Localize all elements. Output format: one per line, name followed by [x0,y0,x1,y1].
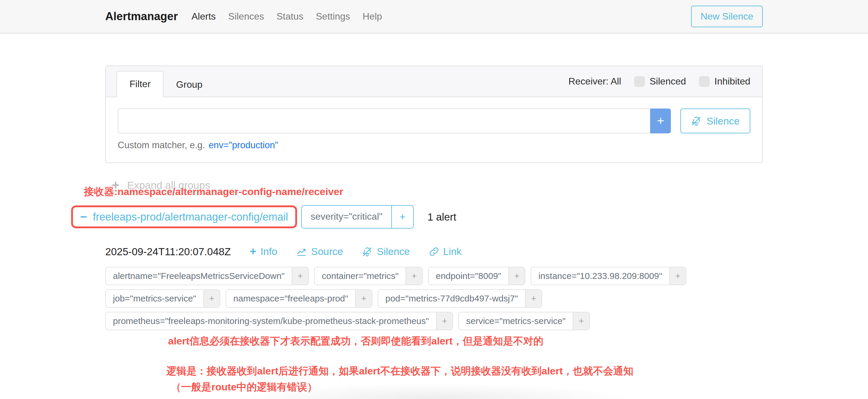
label-text: pod="metrics-77d9cdb497-wdsj7" [378,290,525,307]
bell-slash-icon [362,246,373,257]
silenced-label: Silenced [650,76,686,87]
label-add-button[interactable]: + [406,267,422,284]
label-row: job="metrics-service" + namespace="freel… [105,289,763,308]
matcher-example-link[interactable]: env="production" [209,140,278,150]
link-label: Link [443,246,462,257]
label-chip: service="metrics-service" + [458,312,590,330]
filter-card: Filter Group Receiver: All Silenced Inhi… [105,65,763,163]
label-add-button[interactable]: + [525,290,541,307]
tab-group[interactable]: Group [164,72,215,97]
label-chip: job="metrics-service" + [105,289,220,308]
logic-annotation-line1: 逻辑是：接收器收到alert后进行通知，如果alert不在接收器下，说明接收器没… [166,363,763,379]
label-text: endpoint="8009" [429,267,508,284]
link-button[interactable]: Link [429,246,462,257]
label-text: container="metrics" [315,267,406,284]
label-text: prometheus="freeleaps-monitoring-system/… [106,312,436,330]
add-matcher-button[interactable]: + [650,109,671,133]
group-matcher-add-button[interactable]: + [391,206,413,228]
label-text: job="metrics-service" [106,290,204,307]
bell-slash-icon [691,116,702,126]
plus-icon: + [250,245,256,258]
nav-item-help[interactable]: Help [363,11,382,22]
collapse-icon: − [80,210,87,223]
label-chip: pod="metrics-77d9cdb497-wdsj7" + [378,289,542,308]
inhibited-checkbox-group[interactable]: Inhibited [699,76,750,87]
label-add-button[interactable]: + [355,290,372,307]
label-text: namespace="freeleaps-prod" [226,290,355,307]
label-text: service="metrics-service" [459,312,573,330]
main-content: Filter Group Receiver: All Silenced Inhi… [105,65,763,395]
receiver-filter-label[interactable]: Receiver: All [568,76,621,87]
filter-card-header: Filter Group Receiver: All Silenced Inhi… [106,66,762,97]
tabs: Filter Group [117,66,215,97]
nav-item-status[interactable]: Status [277,11,304,22]
receiver-group-label: freeleaps-prod/alertmanager-config/email [93,211,288,223]
silenced-checkbox-group[interactable]: Silenced [634,76,686,87]
filter-card-body: + Silence Custom matcher, e.g.env="produ… [106,97,762,162]
chart-line-icon [296,246,307,257]
info-label: Info [260,246,277,257]
receiver-group-row: − freeleaps-prod/alertmanager-config/ema… [105,205,763,228]
silence-filter-button[interactable]: Silence [680,109,750,133]
tab-filter[interactable]: Filter [117,71,164,97]
label-chip: endpoint="8009" + [428,267,525,285]
label-add-button[interactable]: + [670,267,686,284]
alert-header-row: 2025-09-24T11:20:07.048Z + Info Source [105,245,763,258]
expand-row: + Expand all groups 接收器:namespace/alterm… [105,178,763,191]
label-chip: namespace="freeleaps-prod" + [226,289,372,308]
logic-annotation-text: 逻辑是：接收器收到alert后进行通知，如果alert不在接收器下，说明接收器没… [166,363,763,395]
label-chip: alertname="FreeleapsMetricsServiceDown" … [105,267,309,285]
alert-count: 1 alert [428,211,456,223]
group-matcher-chip: severity="critical" + [301,205,414,228]
navbar: Alertmanager Alerts Silences Status Sett… [0,0,868,33]
matcher-input[interactable] [118,109,650,133]
app-brand[interactable]: Alertmanager [105,10,178,23]
silence-alert-label: Silence [377,246,410,257]
label-chip: instance="10.233.98.209:8009" + [531,267,686,285]
nav-item-settings[interactable]: Settings [316,11,350,22]
label-add-button[interactable]: + [436,312,453,330]
label-text: alertname="FreeleapsMetricsServiceDown" [106,267,292,284]
logic-annotation-line2: （一般是route中的逻辑有错误） [166,379,763,395]
receiver-group-button[interactable]: − freeleaps-prod/alertmanager-config/ema… [80,210,288,223]
label-row: prometheus="freeleaps-monitoring-system/… [105,312,763,330]
link-icon [429,247,439,257]
info-button[interactable]: + Info [250,245,277,258]
inhibited-label: Inhibited [714,76,750,87]
custom-matcher-hint: Custom matcher, e.g. [118,140,205,150]
label-add-button[interactable]: + [573,312,589,330]
new-silence-button[interactable]: New Silence [691,6,763,27]
source-button[interactable]: Source [296,246,343,257]
silenced-checkbox[interactable] [634,76,645,87]
label-add-button[interactable]: + [204,290,220,307]
label-text: instance="10.233.98.209:8009" [531,267,669,284]
label-chip: prometheus="freeleaps-monitoring-system/… [105,312,453,330]
receiver-annotation-text: 接收器:namespace/altermanager-config-name/r… [84,185,343,198]
inhibited-checkbox[interactable] [699,76,710,87]
silence-alert-button[interactable]: Silence [362,246,410,257]
nav-item-alerts[interactable]: Alerts [191,11,216,22]
source-label: Source [311,246,343,257]
nav-item-silences[interactable]: Silences [228,11,264,22]
alert-annotation-text: alert信息必须在接收器下才表示配置成功，否则即使能看到alert，但是通知是… [168,334,763,348]
label-add-button[interactable]: + [508,267,525,284]
silence-filter-label: Silence [707,115,740,127]
label-row: alertname="FreeleapsMetricsServiceDown" … [105,267,763,285]
alert-labels: alertname="FreeleapsMetricsServiceDown" … [105,267,763,330]
label-add-button[interactable]: + [292,267,308,284]
alert-timestamp: 2025-09-24T11:20:07.048Z [105,246,231,257]
label-chip: container="metrics" + [314,267,423,285]
annotation-highlight-box: − freeleaps-prod/alertmanager-config/ema… [71,206,297,228]
group-matcher-text: severity="critical" [302,206,391,228]
